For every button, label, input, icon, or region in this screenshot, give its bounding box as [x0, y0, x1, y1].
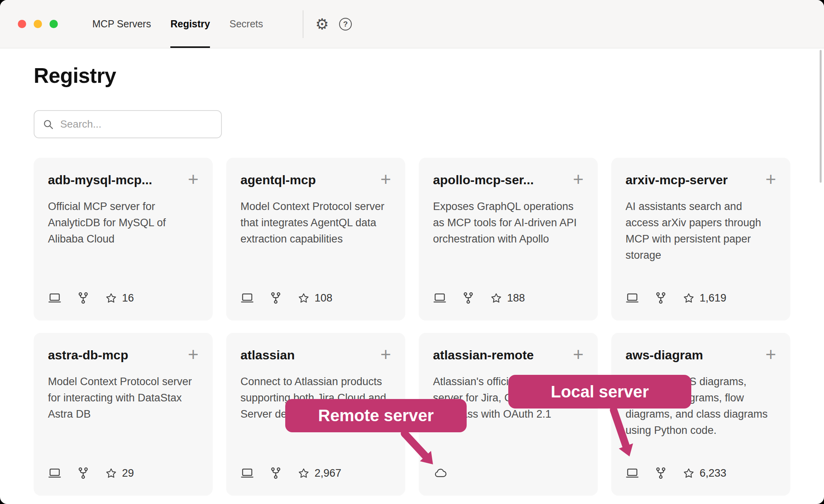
- card-footer: 1,619: [626, 291, 727, 305]
- server-name: atlassian-remote: [433, 348, 534, 363]
- minimize-button[interactable]: [34, 20, 42, 28]
- card-footer: 29: [48, 466, 134, 480]
- star-count: 2,967: [315, 467, 341, 479]
- search-box: [34, 110, 222, 138]
- star-count: 29: [122, 467, 134, 479]
- git-fork-icon[interactable]: [269, 291, 282, 305]
- remote-server-arrow: [398, 430, 442, 470]
- stars-badge: 6,233: [683, 467, 727, 479]
- server-description: Exposes GraphQL operations as MCP tools …: [433, 199, 584, 247]
- local-server-callout: Local server: [508, 375, 691, 409]
- server-card[interactable]: arxiv-mcp-server + AI assistants search …: [611, 158, 790, 321]
- tab-secrets[interactable]: Secrets: [229, 0, 263, 48]
- stars-badge: 188: [490, 292, 525, 304]
- server-description: AI assistants search and access arXiv pa…: [626, 199, 776, 263]
- laptop-icon: [48, 466, 61, 480]
- local-server-arrow: [602, 407, 646, 463]
- add-server-button[interactable]: +: [765, 347, 776, 362]
- app-window: MCP Servers Registry Secrets ⚙ ? Registr…: [0, 0, 824, 504]
- star-icon: [298, 467, 310, 479]
- laptop-icon: [626, 466, 639, 480]
- main-nav: MCP Servers Registry Secrets: [92, 0, 263, 48]
- server-name: aws-diagram: [626, 348, 703, 363]
- zoom-button[interactable]: [50, 20, 58, 28]
- laptop-icon: [433, 291, 446, 305]
- titlebar: MCP Servers Registry Secrets ⚙ ?: [0, 0, 824, 48]
- server-description: Model Context Protocol server for intera…: [48, 374, 198, 422]
- server-name: apollo-mcp-ser...: [433, 173, 534, 187]
- add-server-button[interactable]: +: [573, 347, 584, 362]
- remote-server-callout: Remote server: [285, 399, 467, 432]
- search-input[interactable]: [60, 118, 213, 130]
- card-footer: 188: [433, 291, 525, 305]
- search-icon: [42, 118, 54, 130]
- stars-badge: 1,619: [683, 292, 727, 304]
- laptop-icon: [626, 291, 639, 305]
- tab-mcp-servers[interactable]: MCP Servers: [92, 0, 151, 48]
- card-footer: 16: [48, 291, 134, 305]
- server-name: agentql-mcp: [240, 173, 316, 187]
- server-name: atlassian: [240, 348, 295, 363]
- scrollbar-thumb[interactable]: [820, 50, 822, 183]
- server-description: Model Context Protocol server that integ…: [240, 199, 391, 247]
- server-name: adb-mysql-mcp...: [48, 173, 152, 187]
- card-footer: 108: [240, 291, 332, 305]
- star-icon: [683, 292, 695, 304]
- add-server-button[interactable]: +: [380, 347, 391, 362]
- add-server-button[interactable]: +: [573, 172, 584, 187]
- server-description: Official MCP server for AnalyticDB for M…: [48, 199, 198, 247]
- add-server-button[interactable]: +: [188, 347, 198, 362]
- stars-badge: 29: [105, 467, 134, 479]
- server-card[interactable]: apollo-mcp-ser... + Exposes GraphQL oper…: [419, 158, 598, 321]
- git-fork-icon[interactable]: [654, 291, 668, 305]
- git-fork-icon[interactable]: [462, 291, 475, 305]
- close-button[interactable]: [18, 20, 26, 28]
- star-count: 6,233: [700, 467, 727, 479]
- git-fork-icon[interactable]: [76, 466, 90, 480]
- star-icon: [683, 467, 695, 479]
- git-fork-icon[interactable]: [269, 466, 282, 480]
- add-server-button[interactable]: +: [380, 172, 391, 187]
- star-count: 16: [122, 292, 134, 304]
- tab-registry[interactable]: Registry: [170, 0, 210, 48]
- card-footer: 2,967: [240, 466, 341, 480]
- git-fork-icon[interactable]: [654, 466, 668, 480]
- toolbar-divider: [303, 10, 303, 38]
- stars-badge: 108: [298, 292, 332, 304]
- card-footer: 6,233: [626, 466, 727, 480]
- server-card[interactable]: adb-mysql-mcp... + Official MCP server f…: [34, 158, 213, 321]
- server-name: astra-db-mcp: [48, 348, 128, 363]
- star-count: 188: [507, 292, 525, 304]
- git-fork-icon[interactable]: [76, 291, 90, 305]
- window-controls: [18, 20, 58, 28]
- gear-icon[interactable]: ⚙: [315, 17, 329, 32]
- help-icon[interactable]: ?: [339, 18, 352, 31]
- star-icon: [298, 292, 310, 304]
- server-card[interactable]: agentql-mcp + Model Context Protocol ser…: [226, 158, 405, 321]
- laptop-icon: [48, 291, 61, 305]
- server-name: arxiv-mcp-server: [626, 173, 728, 187]
- add-server-button[interactable]: +: [188, 172, 198, 187]
- star-icon: [105, 467, 117, 479]
- star-count: 108: [315, 292, 332, 304]
- star-count: 1,619: [700, 292, 727, 304]
- page-title: Registry: [34, 63, 790, 88]
- laptop-icon: [240, 466, 254, 480]
- laptop-icon: [240, 291, 254, 305]
- stars-badge: 2,967: [298, 467, 341, 479]
- star-icon: [105, 292, 117, 304]
- toolbar-icons: ⚙ ?: [315, 0, 352, 48]
- add-server-button[interactable]: +: [765, 172, 776, 187]
- star-icon: [490, 292, 502, 304]
- stars-badge: 16: [105, 292, 134, 304]
- server-card[interactable]: astra-db-mcp + Model Context Protocol se…: [34, 333, 213, 496]
